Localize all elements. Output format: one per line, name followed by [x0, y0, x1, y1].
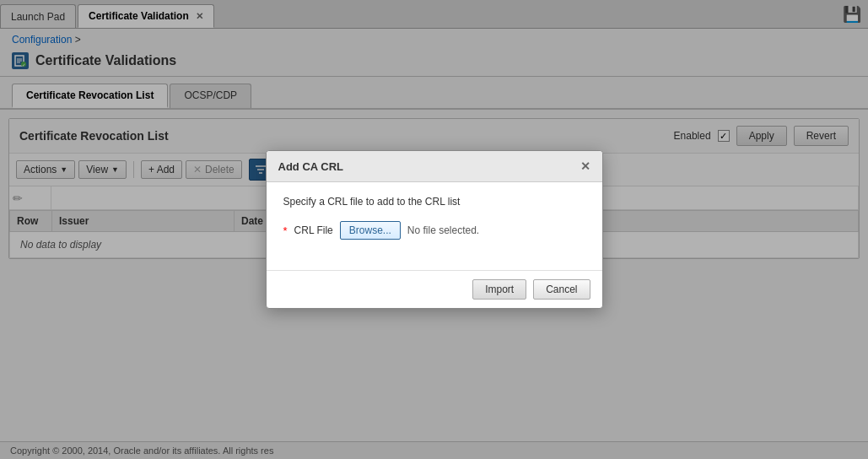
- required-star: *: [283, 224, 288, 237]
- modal-title: Add CA CRL: [278, 160, 344, 173]
- modal-overlay: Add CA CRL ✕ Specify a CRL file to add t…: [0, 0, 868, 459]
- crl-file-row: * CRL File Browse... No file selected.: [283, 221, 585, 240]
- modal-header: Add CA CRL ✕: [267, 151, 602, 182]
- modal-body: Specify a CRL file to add to the CRL lis…: [267, 182, 602, 270]
- import-button[interactable]: Import: [472, 279, 526, 300]
- file-status: No file selected.: [407, 224, 479, 236]
- modal-footer: Import Cancel: [267, 270, 602, 308]
- cancel-button[interactable]: Cancel: [533, 279, 590, 300]
- crl-file-label: CRL File: [294, 224, 333, 236]
- modal-close-icon[interactable]: ✕: [580, 159, 590, 173]
- modal-description: Specify a CRL file to add to the CRL lis…: [283, 196, 585, 208]
- browse-button[interactable]: Browse...: [340, 221, 401, 240]
- modal-add-ca-crl: Add CA CRL ✕ Specify a CRL file to add t…: [266, 150, 603, 309]
